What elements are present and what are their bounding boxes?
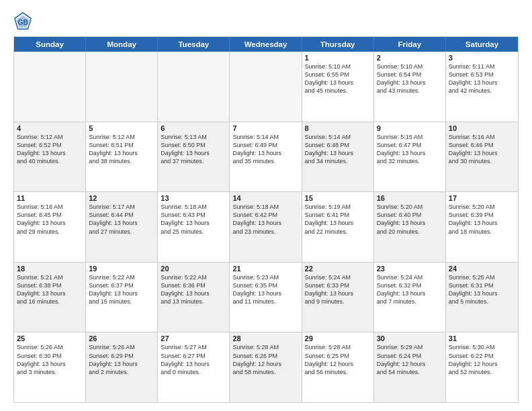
day-number: 1 bbox=[305, 54, 371, 62]
cell-info: Sunrise: 5:27 AM Sunset: 6:27 PM Dayligh… bbox=[161, 343, 226, 376]
day-cell-18: 18Sunrise: 5:21 AM Sunset: 6:38 PM Dayli… bbox=[14, 263, 86, 332]
cell-info: Sunrise: 5:19 AM Sunset: 6:41 PM Dayligh… bbox=[305, 203, 371, 236]
calendar-row-0: 1Sunrise: 5:10 AM Sunset: 6:55 PM Daylig… bbox=[14, 52, 518, 122]
calendar: SundayMondayTuesdayWednesdayThursdayFrid… bbox=[13, 36, 519, 403]
day-cell-24: 24Sunrise: 5:25 AM Sunset: 6:31 PM Dayli… bbox=[446, 263, 518, 332]
day-cell-4: 4Sunrise: 5:12 AM Sunset: 6:52 PM Daylig… bbox=[14, 122, 86, 192]
day-cell-25: 25Sunrise: 5:26 AM Sunset: 6:30 PM Dayli… bbox=[14, 332, 86, 402]
cell-info: Sunrise: 5:15 AM Sunset: 6:47 PM Dayligh… bbox=[377, 133, 443, 166]
day-number: 16 bbox=[377, 194, 443, 202]
header-day-sunday: Sunday bbox=[14, 37, 86, 52]
day-number: 19 bbox=[89, 265, 154, 273]
cell-info: Sunrise: 5:17 AM Sunset: 6:44 PM Dayligh… bbox=[89, 203, 154, 236]
header-day-monday: Monday bbox=[86, 37, 158, 52]
cell-info: Sunrise: 5:28 AM Sunset: 6:26 PM Dayligh… bbox=[232, 343, 298, 376]
day-number: 14 bbox=[232, 194, 298, 202]
cell-info: Sunrise: 5:22 AM Sunset: 6:37 PM Dayligh… bbox=[89, 273, 154, 306]
day-cell-21: 21Sunrise: 5:23 AM Sunset: 6:35 PM Dayli… bbox=[230, 263, 302, 332]
day-cell-23: 23Sunrise: 5:24 AM Sunset: 6:32 PM Dayli… bbox=[374, 263, 446, 332]
cell-info: Sunrise: 5:26 AM Sunset: 6:29 PM Dayligh… bbox=[89, 343, 154, 376]
calendar-body: 1Sunrise: 5:10 AM Sunset: 6:55 PM Daylig… bbox=[14, 52, 518, 402]
day-number: 26 bbox=[89, 334, 154, 342]
page: GB SundayMondayTuesdayWednesdayThursdayF… bbox=[0, 0, 532, 411]
cell-info: Sunrise: 5:18 AM Sunset: 6:42 PM Dayligh… bbox=[232, 203, 298, 236]
day-cell-30: 30Sunrise: 5:29 AM Sunset: 6:24 PM Dayli… bbox=[374, 332, 446, 402]
day-number: 31 bbox=[449, 334, 515, 342]
cell-info: Sunrise: 5:25 AM Sunset: 6:31 PM Dayligh… bbox=[449, 273, 515, 306]
cell-info: Sunrise: 5:20 AM Sunset: 6:40 PM Dayligh… bbox=[377, 203, 443, 236]
cell-info: Sunrise: 5:16 AM Sunset: 6:45 PM Dayligh… bbox=[17, 203, 83, 236]
day-number: 15 bbox=[305, 194, 371, 202]
cell-info: Sunrise: 5:13 AM Sunset: 6:50 PM Dayligh… bbox=[161, 133, 226, 166]
day-cell-19: 19Sunrise: 5:22 AM Sunset: 6:37 PM Dayli… bbox=[86, 263, 158, 332]
logo: GB bbox=[13, 12, 35, 31]
cell-info: Sunrise: 5:24 AM Sunset: 6:33 PM Dayligh… bbox=[305, 273, 371, 306]
day-number: 12 bbox=[89, 194, 154, 202]
day-cell-13: 13Sunrise: 5:18 AM Sunset: 6:43 PM Dayli… bbox=[158, 192, 230, 262]
header-day-wednesday: Wednesday bbox=[230, 37, 302, 52]
day-number: 17 bbox=[449, 194, 515, 202]
day-cell-27: 27Sunrise: 5:27 AM Sunset: 6:27 PM Dayli… bbox=[158, 332, 230, 402]
cell-info: Sunrise: 5:20 AM Sunset: 6:39 PM Dayligh… bbox=[449, 203, 515, 236]
calendar-row-1: 4Sunrise: 5:12 AM Sunset: 6:52 PM Daylig… bbox=[14, 122, 518, 192]
cell-info: Sunrise: 5:26 AM Sunset: 6:30 PM Dayligh… bbox=[17, 343, 83, 376]
day-number: 21 bbox=[232, 265, 298, 273]
cell-info: Sunrise: 5:16 AM Sunset: 6:46 PM Dayligh… bbox=[449, 133, 515, 166]
day-cell-7: 7Sunrise: 5:14 AM Sunset: 6:49 PM Daylig… bbox=[230, 122, 302, 192]
day-number: 20 bbox=[161, 265, 226, 273]
day-cell-29: 29Sunrise: 5:28 AM Sunset: 6:25 PM Dayli… bbox=[302, 332, 374, 402]
day-number: 13 bbox=[161, 194, 226, 202]
day-number: 30 bbox=[377, 334, 443, 342]
cell-info: Sunrise: 5:22 AM Sunset: 6:36 PM Dayligh… bbox=[161, 273, 226, 306]
day-cell-10: 10Sunrise: 5:16 AM Sunset: 6:46 PM Dayli… bbox=[446, 122, 518, 192]
day-number: 5 bbox=[89, 124, 154, 132]
cell-info: Sunrise: 5:12 AM Sunset: 6:52 PM Dayligh… bbox=[17, 133, 83, 166]
day-number: 3 bbox=[449, 54, 515, 62]
day-cell-28: 28Sunrise: 5:28 AM Sunset: 6:26 PM Dayli… bbox=[230, 332, 302, 402]
day-number: 4 bbox=[17, 124, 83, 132]
header: GB bbox=[13, 12, 519, 31]
day-number: 25 bbox=[17, 334, 83, 342]
header-day-friday: Friday bbox=[374, 37, 446, 52]
cell-info: Sunrise: 5:21 AM Sunset: 6:38 PM Dayligh… bbox=[17, 273, 83, 306]
day-cell-16: 16Sunrise: 5:20 AM Sunset: 6:40 PM Dayli… bbox=[374, 192, 446, 262]
day-cell-22: 22Sunrise: 5:24 AM Sunset: 6:33 PM Dayli… bbox=[302, 263, 374, 332]
cell-info: Sunrise: 5:12 AM Sunset: 6:51 PM Dayligh… bbox=[89, 133, 154, 166]
day-number: 6 bbox=[161, 124, 226, 132]
day-number: 24 bbox=[449, 265, 515, 273]
header-day-saturday: Saturday bbox=[446, 37, 518, 52]
day-number: 29 bbox=[305, 334, 371, 342]
empty-cell-0-3 bbox=[230, 52, 302, 122]
day-number: 27 bbox=[161, 334, 226, 342]
day-number: 10 bbox=[449, 124, 515, 132]
empty-cell-0-0 bbox=[14, 52, 86, 122]
day-cell-17: 17Sunrise: 5:20 AM Sunset: 6:39 PM Dayli… bbox=[446, 192, 518, 262]
cell-info: Sunrise: 5:14 AM Sunset: 6:48 PM Dayligh… bbox=[305, 133, 371, 166]
day-cell-12: 12Sunrise: 5:17 AM Sunset: 6:44 PM Dayli… bbox=[86, 192, 158, 262]
cell-info: Sunrise: 5:14 AM Sunset: 6:49 PM Dayligh… bbox=[232, 133, 298, 166]
day-number: 22 bbox=[305, 265, 371, 273]
cell-info: Sunrise: 5:28 AM Sunset: 6:25 PM Dayligh… bbox=[305, 343, 371, 376]
cell-info: Sunrise: 5:23 AM Sunset: 6:35 PM Dayligh… bbox=[232, 273, 298, 306]
header-day-thursday: Thursday bbox=[302, 37, 374, 52]
day-cell-20: 20Sunrise: 5:22 AM Sunset: 6:36 PM Dayli… bbox=[158, 263, 230, 332]
calendar-header: SundayMondayTuesdayWednesdayThursdayFrid… bbox=[14, 37, 518, 52]
day-cell-6: 6Sunrise: 5:13 AM Sunset: 6:50 PM Daylig… bbox=[158, 122, 230, 192]
day-number: 11 bbox=[17, 194, 83, 202]
cell-info: Sunrise: 5:29 AM Sunset: 6:24 PM Dayligh… bbox=[377, 343, 443, 376]
calendar-row-3: 18Sunrise: 5:21 AM Sunset: 6:38 PM Dayli… bbox=[14, 262, 518, 332]
empty-cell-0-1 bbox=[86, 52, 158, 122]
day-cell-8: 8Sunrise: 5:14 AM Sunset: 6:48 PM Daylig… bbox=[302, 122, 374, 192]
day-number: 2 bbox=[377, 54, 443, 62]
day-number: 28 bbox=[232, 334, 298, 342]
calendar-row-2: 11Sunrise: 5:16 AM Sunset: 6:45 PM Dayli… bbox=[14, 191, 518, 262]
day-cell-2: 2Sunrise: 5:10 AM Sunset: 6:54 PM Daylig… bbox=[374, 52, 446, 122]
day-cell-31: 31Sunrise: 5:30 AM Sunset: 6:22 PM Dayli… bbox=[446, 332, 518, 402]
empty-cell-0-2 bbox=[158, 52, 230, 122]
logo-icon: GB bbox=[13, 12, 32, 31]
cell-info: Sunrise: 5:11 AM Sunset: 6:53 PM Dayligh… bbox=[449, 62, 515, 95]
day-number: 18 bbox=[17, 265, 83, 273]
day-cell-26: 26Sunrise: 5:26 AM Sunset: 6:29 PM Dayli… bbox=[86, 332, 158, 402]
cell-info: Sunrise: 5:30 AM Sunset: 6:22 PM Dayligh… bbox=[449, 343, 515, 376]
day-cell-9: 9Sunrise: 5:15 AM Sunset: 6:47 PM Daylig… bbox=[374, 122, 446, 192]
